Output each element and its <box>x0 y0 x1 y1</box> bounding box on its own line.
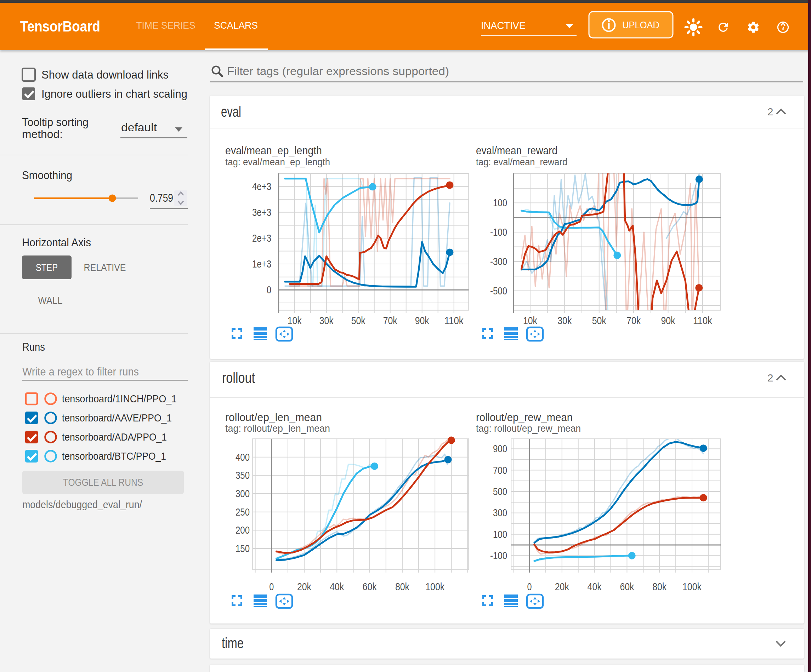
svg-text:TensorBoard: TensorBoard <box>20 18 100 35</box>
svg-text:10k: 10k <box>288 315 302 326</box>
svg-text:Horizontal Axis: Horizontal Axis <box>22 236 91 249</box>
svg-text:30k: 30k <box>319 315 334 326</box>
svg-text:250: 250 <box>236 506 250 518</box>
svg-text:2e+3: 2e+3 <box>252 232 271 244</box>
svg-text:0: 0 <box>269 581 274 592</box>
svg-text:70k: 70k <box>383 315 397 326</box>
svg-text:100k: 100k <box>425 581 445 592</box>
svg-text:60k: 60k <box>363 581 377 592</box>
svg-text:-300: -300 <box>490 256 507 267</box>
svg-text:0: 0 <box>527 581 532 592</box>
svg-text:time: time <box>222 635 244 652</box>
svg-text:900: 900 <box>493 443 507 454</box>
svg-text:INACTIVE: INACTIVE <box>481 20 526 31</box>
svg-text:400: 400 <box>236 452 250 463</box>
svg-text:10k: 10k <box>523 315 537 326</box>
svg-text:50k: 50k <box>351 315 365 326</box>
svg-text:models/debugged_eval_run/: models/debugged_eval_run/ <box>22 499 143 510</box>
svg-text:90k: 90k <box>661 315 675 326</box>
svg-text:2: 2 <box>767 106 774 117</box>
svg-text:tensorboard/BTC/PPO_1: tensorboard/BTC/PPO_1 <box>62 450 166 462</box>
svg-text:TOGGLE ALL RUNS: TOGGLE ALL RUNS <box>63 476 143 488</box>
svg-text:tensorboard/1INCH/PPO_1: tensorboard/1INCH/PPO_1 <box>62 393 177 405</box>
svg-text:Tooltip sorting: Tooltip sorting <box>22 116 88 129</box>
svg-text:300: 300 <box>236 488 250 499</box>
svg-text:500: 500 <box>493 486 507 497</box>
svg-text:WALL: WALL <box>38 295 63 306</box>
svg-text:Show data download links: Show data download links <box>41 68 169 81</box>
svg-text:20k: 20k <box>297 581 311 592</box>
svg-text:tensorboard/AAVE/PPO_1: tensorboard/AAVE/PPO_1 <box>62 412 172 423</box>
svg-text:300: 300 <box>493 507 507 518</box>
svg-text:RELATIVE: RELATIVE <box>84 262 126 273</box>
svg-text:UPLOAD: UPLOAD <box>622 19 660 30</box>
svg-text:tensorboard/ADA/PPO_1: tensorboard/ADA/PPO_1 <box>62 432 167 443</box>
svg-text:110k: 110k <box>693 315 712 326</box>
svg-text:TIME SERIES: TIME SERIES <box>136 20 195 31</box>
svg-text:0: 0 <box>267 284 271 296</box>
svg-text:100: 100 <box>493 529 507 540</box>
svg-text:1e+3: 1e+3 <box>252 258 271 270</box>
svg-text:30k: 30k <box>557 315 572 326</box>
svg-text:2: 2 <box>767 372 774 384</box>
svg-text:eval/mean_reward: eval/mean_reward <box>476 144 557 157</box>
svg-text:Ignore outliers in chart scali: Ignore outliers in chart scaling <box>41 87 187 100</box>
svg-text:rollout/ep_rew_mean: rollout/ep_rew_mean <box>476 411 573 423</box>
svg-text:100: 100 <box>493 197 507 208</box>
svg-text:40k: 40k <box>587 581 602 592</box>
svg-text:150: 150 <box>236 543 250 554</box>
svg-text:tag: eval/mean_reward: tag: eval/mean_reward <box>476 157 567 168</box>
svg-text:100k: 100k <box>682 581 702 592</box>
svg-text:STEP: STEP <box>36 262 58 273</box>
svg-text:0.759: 0.759 <box>150 192 173 204</box>
svg-text:rollout: rollout <box>222 369 255 386</box>
svg-text:eval: eval <box>221 103 241 120</box>
svg-text:110k: 110k <box>445 315 463 326</box>
svg-text:tag: rollout/ep_rew_mean: tag: rollout/ep_rew_mean <box>476 423 581 434</box>
svg-text:70k: 70k <box>626 315 641 326</box>
svg-text:Runs: Runs <box>22 340 45 353</box>
svg-text:Smoothing: Smoothing <box>22 169 72 181</box>
svg-text:Filter tags (regular expressio: Filter tags (regular expressions support… <box>227 65 449 78</box>
svg-text:80k: 80k <box>652 581 667 592</box>
svg-text:350: 350 <box>236 470 250 481</box>
svg-text:50k: 50k <box>592 315 606 326</box>
svg-text:tag: eval/mean_ep_length: tag: eval/mean_ep_length <box>225 157 330 168</box>
svg-text:SCALARS: SCALARS <box>214 20 258 31</box>
svg-text:Write a regex to filter runs: Write a regex to filter runs <box>22 366 139 378</box>
svg-text:90k: 90k <box>415 315 429 326</box>
svg-text:-500: -500 <box>490 285 507 296</box>
svg-text:700: 700 <box>493 465 507 476</box>
svg-text:rollout/ep_len_mean: rollout/ep_len_mean <box>225 411 322 423</box>
svg-text:-100: -100 <box>490 550 507 561</box>
svg-text:80k: 80k <box>395 581 409 592</box>
svg-text:tag: rollout/ep_len_mean: tag: rollout/ep_len_mean <box>225 423 330 434</box>
svg-text:40k: 40k <box>330 581 344 592</box>
svg-text:-100: -100 <box>490 227 507 238</box>
svg-text:4e+3: 4e+3 <box>252 181 271 192</box>
svg-text:eval/mean_ep_length: eval/mean_ep_length <box>225 144 322 157</box>
svg-text:200: 200 <box>236 525 250 536</box>
svg-text:3e+3: 3e+3 <box>252 207 271 218</box>
svg-text:20k: 20k <box>555 581 569 592</box>
svg-text:60k: 60k <box>620 581 634 592</box>
svg-text:default: default <box>121 121 157 134</box>
svg-text:method:: method: <box>22 128 63 140</box>
